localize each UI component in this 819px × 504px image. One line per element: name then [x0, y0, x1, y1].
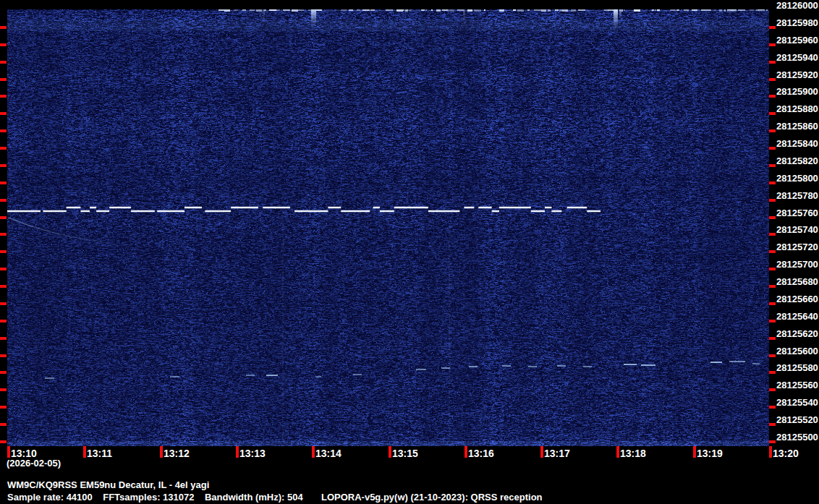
frequency-tick-left: [0, 78, 7, 81]
frequency-tick-right: [769, 147, 776, 150]
frequency-tick-right: [769, 406, 776, 409]
time-label: 13:17: [544, 448, 570, 459]
frequency-tick-left: [0, 388, 7, 391]
frequency-tick-right: [769, 354, 776, 357]
frequency-tick-right: [769, 233, 776, 236]
frequency-tick-left: [0, 406, 7, 409]
frequency-label: 28125700: [776, 260, 818, 270]
frequency-label: 28125500: [776, 432, 818, 443]
frequency-label: 28125840: [776, 139, 818, 149]
frequency-tick-right: [769, 440, 776, 443]
frequency-tick-left: [0, 199, 7, 202]
frequency-tick-left: [0, 250, 7, 253]
time-label: 13:16: [468, 448, 494, 459]
frequency-label: 28125800: [776, 174, 818, 184]
frequency-tick-right: [769, 112, 776, 115]
frequency-tick-left: [0, 61, 7, 64]
frequency-tick-right: [769, 43, 776, 46]
frequency-tick-right: [769, 199, 776, 202]
frequency-label: 28125660: [776, 294, 818, 304]
frequency-tick-right: [769, 320, 776, 323]
frequency-tick-left: [0, 95, 7, 98]
frequency-label: 28125940: [776, 53, 818, 63]
station-info-line: WM9C/KQ9RSS EM59nu Decatur, IL - 4el yag…: [7, 479, 209, 490]
frequency-tick-right: [769, 337, 776, 340]
time-tick: [160, 446, 163, 458]
frequency-label: 28125900: [776, 87, 818, 97]
frequency-tick-left: [0, 233, 7, 236]
frequency-tick-left: [0, 302, 7, 305]
time-tick: [236, 446, 239, 458]
frequency-tick-left: [0, 43, 7, 46]
frequency-tick-left: [0, 285, 7, 288]
frequency-tick-right: [769, 285, 776, 288]
time-tick: [769, 446, 772, 458]
frequency-tick-left: [0, 337, 7, 340]
frequency-tick-left: [0, 164, 7, 167]
frequency-label: 28125720: [776, 242, 818, 252]
frequency-label: 28125980: [776, 18, 818, 28]
time-tick: [389, 446, 391, 458]
frequency-label: 28125520: [776, 415, 818, 425]
frequency-tick-right: [769, 388, 776, 391]
time-tick: [312, 446, 315, 458]
frequency-tick-right: [769, 26, 776, 29]
frequency-tick-right: [769, 250, 776, 253]
time-label: 13:18: [620, 448, 646, 459]
time-label: 13:12: [164, 448, 190, 459]
time-label: 13:15: [392, 448, 418, 459]
frequency-tick-right: [769, 268, 776, 270]
frequency-tick-right: [769, 423, 776, 426]
time-label: 13:11: [87, 448, 112, 459]
frequency-label: 28125560: [776, 380, 818, 390]
frequency-label: 28125580: [776, 363, 818, 373]
frequency-tick-right: [769, 78, 776, 81]
time-label: 13:14: [315, 448, 341, 459]
frequency-tick-left: [0, 216, 7, 219]
frequency-tick-right: [769, 371, 776, 374]
frequency-label: 28125920: [776, 70, 818, 80]
frequency-tick-right: [769, 95, 776, 98]
time-tick: [616, 446, 619, 458]
lopora-qrss-grabber: { "axes": { "date_label": "(2026-02-05)"…: [0, 0, 819, 504]
time-label: 13:13: [239, 448, 266, 459]
frequency-tick-right: [769, 61, 776, 64]
frequency-label: 28125880: [776, 104, 818, 114]
time-label: 13:19: [697, 448, 723, 459]
parameters-info-line: Sample rate: 44100 FFTsamples: 131072 Ba…: [7, 492, 543, 503]
time-tick: [464, 446, 467, 458]
frequency-tick-left: [0, 112, 7, 115]
frequency-tick-left: [0, 423, 7, 426]
frequency-label: 28125680: [776, 277, 818, 287]
frequency-tick-left: [0, 147, 7, 150]
frequency-tick-right: [769, 216, 776, 219]
frequency-tick-left: [0, 320, 7, 323]
frequency-label: 28125860: [776, 121, 818, 132]
frequency-tick-left: [0, 268, 7, 270]
frequency-label: 28125640: [776, 312, 818, 322]
frequency-tick-left: [0, 129, 7, 132]
frequency-tick-right: [769, 302, 776, 305]
frequency-tick-left: [0, 440, 7, 443]
date-label: (2026-02-05): [7, 458, 61, 469]
time-tick: [83, 446, 86, 458]
frequency-tick-left: [0, 371, 7, 374]
frequency-label: 28126000: [776, 1, 818, 11]
time-label: 13:20: [773, 448, 799, 459]
frequency-tick-left: [0, 26, 7, 29]
frequency-label: 28125620: [776, 329, 818, 339]
frequency-label: 28125780: [776, 191, 818, 201]
frequency-label: 28125820: [776, 156, 818, 166]
time-tick: [540, 446, 543, 458]
frequency-tick-left: [0, 181, 7, 184]
frequency-label: 28125960: [776, 35, 818, 46]
frequency-label: 28125600: [776, 346, 818, 356]
frequency-label: 28125740: [776, 225, 818, 235]
spectrogram-canvas: [7, 9, 769, 446]
frequency-tick-right: [769, 181, 776, 184]
frequency-tick-right: [769, 164, 776, 167]
time-tick: [693, 446, 696, 458]
frequency-tick-left: [0, 354, 7, 357]
frequency-label: 28125540: [776, 398, 818, 408]
frequency-tick-right: [769, 129, 776, 132]
